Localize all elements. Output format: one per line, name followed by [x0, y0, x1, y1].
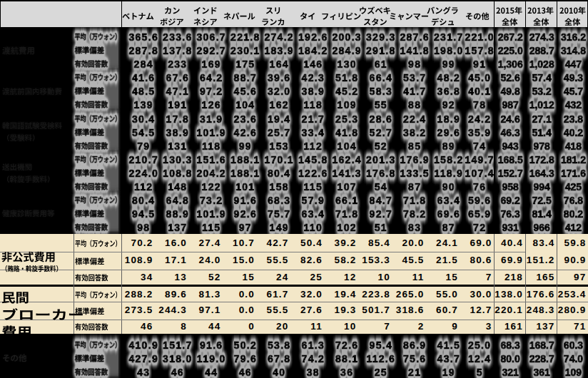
svg-text:153: 153 [270, 141, 289, 152]
svg-text:80.4: 80.4 [268, 168, 290, 179]
svg-text:65.9: 65.9 [468, 208, 491, 220]
svg-text:35.9: 35.9 [468, 127, 491, 138]
svg-text:169: 169 [202, 58, 221, 70]
svg-text:21: 21 [408, 367, 421, 378]
svg-text:958: 958 [502, 181, 519, 193]
svg-text:92: 92 [442, 99, 455, 111]
svg-text:89: 89 [442, 141, 455, 152]
svg-text:46: 46 [239, 367, 252, 378]
svg-text:198.0: 198.0 [434, 45, 464, 56]
svg-text:60.3: 60.3 [564, 339, 583, 350]
svg-text:54.5: 54.5 [132, 127, 155, 138]
svg-text:287.8: 287.8 [128, 45, 158, 56]
svg-text:274.2: 274.2 [264, 31, 294, 43]
svg-text:23.8: 23.8 [564, 113, 583, 124]
svg-text:122: 122 [202, 181, 221, 193]
svg-text:69.2: 69.2 [501, 195, 520, 206]
svg-text:36: 36 [340, 367, 353, 378]
svg-text:76: 76 [473, 181, 486, 193]
svg-text:27.1: 27.1 [532, 113, 552, 124]
svg-text:1,306: 1,306 [498, 58, 523, 70]
svg-text:102: 102 [338, 222, 357, 233]
svg-text:71.8: 71.8 [335, 208, 358, 220]
svg-text:40.1: 40.1 [468, 86, 491, 97]
svg-text:172.8: 172.8 [529, 154, 554, 165]
svg-text:88: 88 [408, 99, 421, 111]
svg-text:92.6: 92.6 [234, 208, 257, 220]
svg-text:40.2: 40.2 [564, 127, 583, 138]
svg-text:64.2: 64.2 [200, 72, 223, 83]
svg-text:54: 54 [375, 181, 387, 193]
svg-text:148: 148 [168, 181, 187, 193]
svg-text:99: 99 [239, 141, 252, 152]
svg-text:130.3: 130.3 [163, 154, 193, 165]
svg-text:45.6: 45.6 [234, 86, 257, 97]
svg-text:291.8: 291.8 [366, 45, 396, 56]
svg-text:164.3: 164.3 [529, 168, 554, 179]
svg-text:22.4: 22.4 [403, 113, 426, 124]
svg-text:46.3: 46.3 [501, 127, 520, 138]
svg-text:98: 98 [137, 222, 150, 233]
svg-text:92.7: 92.7 [370, 208, 392, 220]
svg-text:107.4: 107.4 [465, 168, 495, 179]
svg-text:47.1: 47.1 [166, 86, 189, 97]
svg-text:52.7: 52.7 [370, 127, 392, 138]
svg-text:432: 432 [565, 99, 582, 111]
svg-text:49.3: 49.3 [564, 72, 583, 83]
svg-text:204.2: 204.2 [196, 168, 226, 179]
svg-text:306.7: 306.7 [196, 31, 226, 43]
svg-text:45.7: 45.7 [564, 86, 583, 97]
svg-text:67.6: 67.6 [166, 72, 189, 83]
svg-text:84.7: 84.7 [370, 195, 392, 206]
svg-text:225.0: 225.0 [498, 45, 523, 56]
svg-text:110: 110 [304, 222, 323, 233]
svg-text:98: 98 [408, 58, 421, 70]
svg-text:40: 40 [273, 367, 285, 378]
svg-text:137.8: 137.8 [163, 45, 193, 56]
svg-text:91.6: 91.6 [200, 339, 223, 350]
svg-text:41.6: 41.6 [132, 72, 155, 83]
svg-text:158: 158 [270, 181, 289, 193]
svg-text:41.5: 41.5 [437, 339, 460, 350]
svg-text:78.2: 78.2 [403, 208, 426, 220]
svg-text:141.3: 141.3 [332, 168, 361, 179]
svg-text:188.1: 188.1 [230, 168, 260, 179]
svg-text:51.8: 51.8 [335, 72, 358, 83]
svg-text:51.4: 51.4 [532, 127, 552, 138]
svg-text:149: 149 [270, 222, 289, 233]
svg-text:931: 931 [502, 222, 519, 233]
svg-text:69.6: 69.6 [437, 208, 460, 220]
svg-text:149.7: 149.7 [465, 154, 495, 165]
svg-text:112: 112 [304, 141, 323, 152]
svg-text:41.7: 41.7 [403, 86, 426, 97]
svg-text:316.2: 316.2 [561, 31, 586, 43]
svg-text:162: 162 [270, 99, 289, 111]
svg-text:233: 233 [168, 58, 187, 70]
svg-text:67.8: 67.8 [268, 352, 290, 364]
svg-text:321: 321 [502, 367, 519, 378]
svg-text:53.7: 53.7 [403, 72, 426, 83]
svg-text:48.2: 48.2 [437, 72, 460, 83]
svg-text:61: 61 [375, 58, 387, 70]
svg-text:108.8: 108.8 [163, 168, 193, 179]
svg-text:104: 104 [338, 141, 357, 152]
svg-text:19: 19 [442, 367, 455, 378]
svg-text:32.0: 32.0 [268, 86, 290, 97]
svg-text:274.3: 274.3 [529, 31, 554, 43]
svg-text:288.7: 288.7 [529, 45, 554, 56]
svg-text:78: 78 [473, 99, 486, 111]
svg-text:36.8: 36.8 [437, 86, 460, 97]
svg-text:126: 126 [202, 99, 221, 111]
svg-text:224.0: 224.0 [128, 168, 158, 179]
svg-text:24.2: 24.2 [468, 113, 491, 124]
svg-text:85: 85 [408, 141, 421, 152]
svg-text:978: 978 [534, 141, 551, 152]
svg-text:95.4: 95.4 [370, 339, 392, 350]
svg-text:86.9: 86.9 [403, 339, 426, 350]
svg-text:329.3: 329.3 [366, 31, 396, 43]
svg-text:91: 91 [473, 58, 486, 70]
svg-text:115: 115 [202, 222, 220, 233]
svg-text:58.3: 58.3 [370, 86, 392, 97]
svg-text:52.6: 52.6 [501, 72, 520, 83]
svg-text:427.9: 427.9 [128, 352, 158, 364]
